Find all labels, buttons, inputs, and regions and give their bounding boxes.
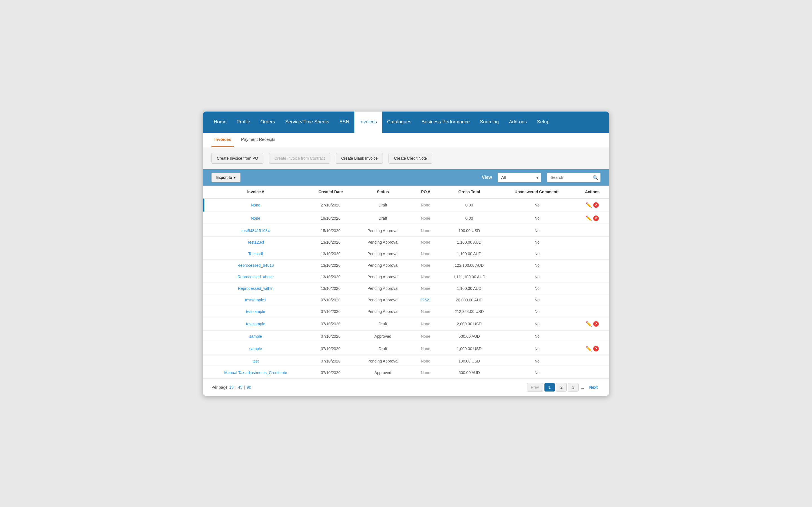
nav-profile[interactable]: Profile (232, 112, 255, 133)
table-row: sample07/10/2020ApprovedNone500.00 AUDNo (203, 330, 609, 342)
invoice-number-cell[interactable]: Reprocessed_64810 (204, 260, 307, 271)
page-2-button[interactable]: 2 (556, 383, 567, 392)
gross-total-cell: 1,000.00 USD (440, 342, 499, 355)
actions-cell (575, 225, 609, 236)
create-invoice-from-contract-button[interactable]: Create Invoice from Contract (269, 153, 330, 164)
col-actions-header: Actions (575, 186, 609, 198)
invoice-number-cell[interactable]: test (204, 355, 307, 367)
table-row: testsample107/10/2020Pending Approval225… (203, 294, 609, 305)
edit-icon[interactable]: ✏️ (586, 215, 592, 221)
page-dots: ... (580, 383, 585, 391)
table-row: Test123cf13/10/2020Pending ApprovalNone1… (203, 236, 609, 248)
created-date-cell: 13/10/2020 (307, 236, 354, 248)
po-number-cell: None (411, 367, 440, 378)
delete-icon[interactable] (593, 321, 599, 327)
edit-icon[interactable]: ✏️ (586, 346, 592, 352)
nav-asn[interactable]: ASN (335, 112, 354, 133)
comments-cell: No (499, 342, 575, 355)
status-cell: Pending Approval (354, 271, 411, 283)
col-created-date-header: Created Date (307, 186, 354, 198)
invoice-number-cell[interactable]: None (204, 212, 307, 225)
view-select[interactable]: All Draft Pending Approval Approved (498, 173, 541, 182)
table-row: None27/10/2020DraftNone0.00No ✏️ (203, 198, 609, 212)
po-number-cell: None (411, 271, 440, 283)
status-cell: Draft (354, 317, 411, 330)
search-icon[interactable]: 🔍 (593, 175, 598, 180)
nav-setup[interactable]: Setup (532, 112, 555, 133)
sub-nav: Invoices Payment Receipts (203, 133, 609, 147)
filter-bar: Export to ▾ View All Draft Pending Appro… (203, 169, 609, 186)
po-number-cell: None (411, 355, 440, 367)
gross-total-cell: 1,100.00 AUD (440, 283, 499, 294)
per-page-45[interactable]: 45 (238, 385, 243, 390)
created-date-cell: 07/10/2020 (307, 355, 354, 367)
invoice-number-cell[interactable]: testsample1 (204, 294, 307, 305)
invoice-number-cell[interactable]: testsample (204, 305, 307, 317)
gross-total-cell: 1,100.00 AUD (440, 236, 499, 248)
nav-business-performance[interactable]: Business Performance (416, 112, 475, 133)
created-date-cell: 13/10/2020 (307, 283, 354, 294)
invoice-number-cell[interactable]: None (204, 198, 307, 212)
actions-cell (575, 236, 609, 248)
actions-cell (575, 305, 609, 317)
edit-icon[interactable]: ✏️ (586, 202, 592, 208)
col-invoice-header: Invoice # (204, 186, 307, 198)
delete-icon[interactable] (593, 202, 599, 208)
edit-icon[interactable]: ✏️ (586, 321, 592, 327)
view-select-wrap: All Draft Pending Approval Approved (498, 173, 541, 182)
invoices-table: Invoice # Created Date Status PO # Gross… (203, 186, 609, 379)
actions-cell (575, 260, 609, 271)
sub-nav-payment-receipts[interactable]: Payment Receipts (238, 132, 278, 147)
table-row: testsample07/10/2020DraftNone2,000.00 US… (203, 317, 609, 330)
status-cell: Approved (354, 367, 411, 378)
nav-catalogues[interactable]: Catalogues (382, 112, 416, 133)
create-credit-note-button[interactable]: Create Credit Note (389, 153, 432, 164)
nav-sourcing[interactable]: Sourcing (475, 112, 504, 133)
next-button[interactable]: Next (587, 383, 601, 391)
nav-service-time-sheets[interactable]: Service/Time Sheets (280, 112, 335, 133)
invoice-number-cell[interactable]: Reprocessed_within (204, 283, 307, 294)
prev-button[interactable]: Prev (527, 383, 543, 392)
po-number-cell: None (411, 283, 440, 294)
nav-home[interactable]: Home (209, 112, 232, 133)
view-label: View (482, 175, 492, 180)
per-page-90[interactable]: 90 (247, 385, 251, 390)
page-3-button[interactable]: 3 (568, 383, 578, 392)
main-nav: Home Profile Orders Service/Time Sheets … (203, 112, 609, 133)
gross-total-cell: 100.00 USD (440, 355, 499, 367)
created-date-cell: 07/10/2020 (307, 342, 354, 355)
page-1-button[interactable]: 1 (545, 383, 555, 392)
invoice-number-cell[interactable]: test5484151984 (204, 225, 307, 236)
comments-cell: No (499, 305, 575, 317)
delete-icon[interactable] (593, 346, 599, 351)
nav-invoices[interactable]: Invoices (354, 112, 382, 133)
status-cell: Pending Approval (354, 248, 411, 260)
invoice-number-cell[interactable]: sample (204, 330, 307, 342)
nav-add-ons[interactable]: Add-ons (504, 112, 532, 133)
delete-icon[interactable] (593, 216, 599, 221)
status-cell: Pending Approval (354, 236, 411, 248)
po-number-cell[interactable]: 22521 (411, 294, 440, 305)
gross-total-cell: 500.00 AUD (440, 367, 499, 378)
create-invoice-from-po-button[interactable]: Create Invoice from PO (211, 153, 263, 164)
invoice-number-cell[interactable]: Reprocessed_above (204, 271, 307, 283)
status-cell: Approved (354, 330, 411, 342)
sub-nav-invoices[interactable]: Invoices (211, 132, 234, 147)
po-number-cell: None (411, 198, 440, 212)
per-page-15[interactable]: 15 (229, 385, 234, 390)
invoice-number-cell[interactable]: Testasdf (204, 248, 307, 260)
invoice-number-cell[interactable]: sample (204, 342, 307, 355)
gross-total-cell: 122,100.00 AUD (440, 260, 499, 271)
nav-orders[interactable]: Orders (255, 112, 280, 133)
created-date-cell: 15/10/2020 (307, 225, 354, 236)
invoice-number-cell[interactable]: Manual Tax adjustments_Creditnote (204, 367, 307, 378)
pagination: Per page 15 | 45 | 90 Prev 1 2 3 ... Nex… (203, 379, 609, 396)
invoice-number-cell[interactable]: Test123cf (204, 236, 307, 248)
export-button[interactable]: Export to ▾ (211, 173, 241, 182)
status-cell: Pending Approval (354, 283, 411, 294)
actions-cell (575, 294, 609, 305)
create-blank-invoice-button[interactable]: Create Blank Invoice (336, 153, 383, 164)
actions-cell: ✏️ (575, 317, 609, 330)
actions-cell (575, 330, 609, 342)
invoice-number-cell[interactable]: testsample (204, 317, 307, 330)
